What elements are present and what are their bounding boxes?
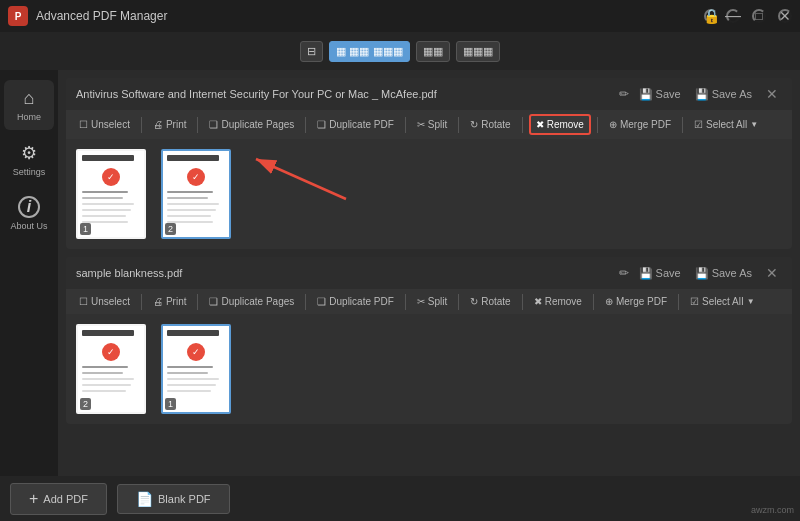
thumbnails-area-1: ✓ 1 [66,139,792,249]
selectall-icon-2: ☑ [690,296,699,307]
selectall-icon-1: ☑ [694,119,703,130]
save-icon-2: 💾 [639,267,653,280]
split-icon-1: ✂ [417,119,425,130]
close-pdf-2[interactable]: ✕ [762,263,782,283]
thumb-img-2-1[interactable]: ✓ 2 [76,324,146,414]
save-icon-1: 💾 [639,88,653,101]
thumb-2-page2[interactable]: ✓ 2 [76,324,151,414]
main-layout: ⌂ Home ⚙ Settings i About Us Antivirus S… [0,70,800,476]
settings-icon: ⚙ [21,142,37,164]
app-icon: P [8,6,28,26]
thumb-2-page1[interactable]: ✓ 1 [161,324,236,414]
window-controls: 🔒 — □ ✕ [704,9,792,23]
pdf-header-2: sample blankness.pdf ✏ 💾 Save 💾 Save As … [66,257,792,289]
sep [405,117,406,133]
dup-pages-btn-2[interactable]: ❑ Duplicate Pages [204,293,299,310]
app-title: Advanced PDF Manager [36,9,704,23]
pdf-header-1: Antivirus Software and Internet Security… [66,78,792,110]
toolbar-icon-2[interactable]: ▦ ▦▦ ▦▦▦ [329,41,409,62]
save-as-button-2[interactable]: 💾 Save As [691,265,756,282]
split-btn-2[interactable]: ✂ Split [412,293,452,310]
toolbar-icon-3[interactable]: ▦▦ [416,41,450,62]
print-btn-2[interactable]: 🖨 Print [148,293,192,310]
save-button-2[interactable]: 💾 Save [635,265,685,282]
top-toolbar: ⊟ ▦ ▦▦ ▦▦▦ ▦▦ ▦▦▦ [0,32,800,70]
remove-icon-2: ✖ [534,296,542,307]
thumb-img-1-1[interactable]: ✓ 1 [76,149,146,239]
close-button[interactable]: ✕ [778,9,792,23]
maximize-button[interactable]: □ [752,9,766,23]
save-as-icon-1: 💾 [695,88,709,101]
minimize-button[interactable]: — [726,9,740,23]
split-icon-2: ✂ [417,296,425,307]
sidebar-label-settings: Settings [13,167,46,177]
pdf-edit-icon-1: ✏ [619,87,629,101]
sep [197,117,198,133]
dup-pages-btn-1[interactable]: ❑ Duplicate Pages [204,116,299,133]
rotate-btn-2[interactable]: ↻ Rotate [465,293,515,310]
sep [141,117,142,133]
svg-line-1 [256,159,346,199]
remove-icon-1: ✖ [536,119,544,130]
pdf-header-actions-2: 💾 Save 💾 Save As ✕ [635,263,782,283]
dup-pages-icon-2: ❑ [209,296,218,307]
unselect-btn-1[interactable]: ☐ Unselect [74,116,135,133]
sep [458,117,459,133]
rotate-icon-1: ↻ [470,119,478,130]
dup-pdf-btn-1[interactable]: ❑ Duplicate PDF [312,116,398,133]
dup-pdf-icon-1: ❑ [317,119,326,130]
thumb-img-2-2[interactable]: ✓ 1 [161,324,231,414]
home-icon: ⌂ [24,88,35,109]
unselect-btn-2[interactable]: ☐ Unselect [74,293,135,310]
content-area: Antivirus Software and Internet Security… [58,70,800,476]
thumb-1-page2[interactable]: ✓ 2 [161,149,236,239]
bottom-bar: + Add PDF 📄 Blank PDF [0,476,800,521]
close-pdf-1[interactable]: ✕ [762,84,782,104]
sidebar-item-settings[interactable]: ⚙ Settings [4,134,54,184]
sep [305,117,306,133]
save-as-icon-2: 💾 [695,267,709,280]
blank-pdf-button[interactable]: 📄 Blank PDF [117,484,230,514]
sidebar-item-home[interactable]: ⌂ Home [4,80,54,130]
dup-pdf-icon-2: ❑ [317,296,326,307]
remove-btn-2[interactable]: ✖ Remove [529,293,587,310]
split-btn-1[interactable]: ✂ Split [412,116,452,133]
save-as-button-1[interactable]: 💾 Save As [691,86,756,103]
sidebar: ⌂ Home ⚙ Settings i About Us [0,70,58,476]
about-icon: i [18,196,40,218]
selectall-btn-2[interactable]: ☑ Select AlI ▼ [685,293,760,310]
thumbnails-area-2: ✓ 2 [66,314,792,424]
blank-pdf-icon: 📄 [136,491,153,507]
print-icon-1: 🖨 [153,119,163,130]
sidebar-label-about: About Us [10,221,47,231]
merge-icon-1: ⊕ [609,119,617,130]
toolbar-icon-4[interactable]: ▦▦▦ [456,41,500,62]
dropdown-arrow-2: ▼ [747,297,755,306]
rotate-icon-2: ↻ [470,296,478,307]
thumb-img-1-2[interactable]: ✓ 2 [161,149,231,239]
sep [458,294,459,310]
pdf-header-actions-1: 💾 Save 💾 Save As ✕ [635,84,782,104]
sep [305,294,306,310]
selectall-btn-1[interactable]: ☑ Select All ▼ [689,116,763,133]
sidebar-item-about[interactable]: i About Us [4,188,54,238]
dup-pdf-btn-2[interactable]: ❑ Duplicate PDF [312,293,398,310]
thumb-1-page1[interactable]: ✓ 1 [76,149,151,239]
sep [682,117,683,133]
print-btn-1[interactable]: 🖨 Print [148,116,192,133]
merge-icon-2: ⊕ [605,296,613,307]
unselect-icon-2: ☐ [79,296,88,307]
add-pdf-button[interactable]: + Add PDF [10,483,107,515]
merge-btn-2[interactable]: ⊕ Merge PDF [600,293,672,310]
merge-btn-1[interactable]: ⊕ Merge PDF [604,116,676,133]
sep [678,294,679,310]
sidebar-label-home: Home [17,112,41,122]
rotate-btn-1[interactable]: ↻ Rotate [465,116,515,133]
toolbar-icon-1[interactable]: ⊟ [300,41,323,62]
pin-button[interactable]: 🔒 [704,9,718,23]
unselect-icon-1: ☐ [79,119,88,130]
save-button-1[interactable]: 💾 Save [635,86,685,103]
pdf-section-2: sample blankness.pdf ✏ 💾 Save 💾 Save As … [66,257,792,424]
dup-pages-icon-1: ❑ [209,119,218,130]
remove-btn-1[interactable]: ✖ Remove [529,114,591,135]
